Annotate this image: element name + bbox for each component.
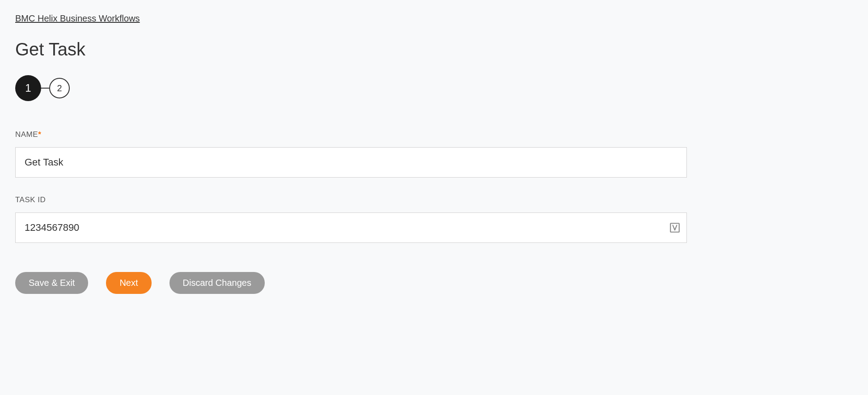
step-1[interactable]: 1: [15, 75, 41, 101]
form-group-task-id: TASK ID: [15, 195, 853, 243]
form-group-name: NAME*: [15, 130, 853, 178]
save-exit-button[interactable]: Save & Exit: [15, 272, 88, 294]
button-row: Save & Exit Next Discard Changes: [15, 272, 853, 294]
page-title: Get Task: [15, 39, 853, 59]
name-input[interactable]: [15, 147, 687, 178]
next-button[interactable]: Next: [106, 272, 151, 294]
variable-picker-icon[interactable]: [669, 222, 681, 234]
svg-rect-0: [670, 223, 679, 232]
breadcrumb-link[interactable]: BMC Helix Business Workflows: [15, 13, 140, 24]
step-connector: [41, 88, 49, 89]
step-2[interactable]: 2: [49, 78, 70, 98]
task-id-label: TASK ID: [15, 195, 853, 204]
discard-changes-button[interactable]: Discard Changes: [169, 272, 265, 294]
name-label-text: NAME: [15, 130, 38, 139]
required-mark: *: [38, 130, 41, 139]
task-id-input[interactable]: [15, 212, 687, 243]
stepper: 1 2: [15, 75, 853, 101]
name-label: NAME*: [15, 130, 853, 139]
